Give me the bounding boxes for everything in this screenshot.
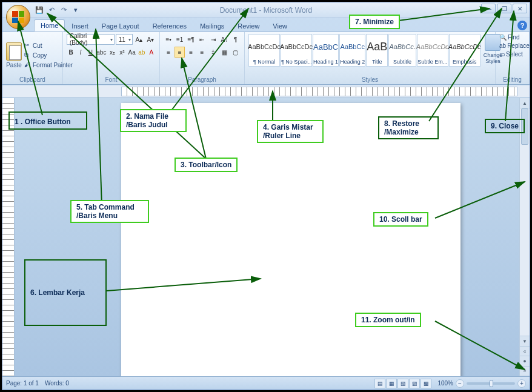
strike-button[interactable]: abc (96, 47, 107, 58)
style-subtitle[interactable]: AaBbCc.Subtitle (388, 34, 416, 67)
replace-button[interactable]: abReplace (499, 42, 525, 49)
close-button[interactable]: ✕ (513, 4, 527, 13)
horizontal-ruler[interactable] (2, 85, 530, 98)
word-window: 💾 ↶ ↷ ▾ Document1 - Microsoft Word — ❐ ✕… (2, 2, 530, 390)
indent-dec-button[interactable]: ⇤ (197, 34, 207, 45)
highlight-button[interactable]: ab (138, 47, 146, 58)
superscript-button[interactable]: x² (118, 47, 126, 58)
select-button[interactable]: ▭Select (499, 51, 525, 58)
font-name-select[interactable]: Calibri (Body) (67, 34, 115, 45)
vertical-ruler[interactable] (2, 98, 15, 376)
web-view-icon[interactable]: ▧ (397, 379, 408, 388)
scroll-up-icon[interactable]: ▲ (520, 98, 530, 108)
fullscreen-view-icon[interactable]: ▦ (386, 379, 397, 388)
grow-font-icon[interactable]: A▴ (134, 34, 144, 45)
page-status[interactable]: Page: 1 of 1 (6, 380, 39, 387)
callout-tab-command: 5. Tab Command /Baris Menu (70, 200, 149, 223)
zoom-level[interactable]: 100% (437, 380, 453, 387)
style-normal[interactable]: AaBbCcDc¶ Normal (248, 34, 280, 67)
style-heading2[interactable]: AaBbCcHeading 2 (339, 34, 365, 67)
office-button[interactable] (6, 5, 30, 29)
help-icon[interactable]: ? (517, 21, 527, 30)
indent-inc-button[interactable]: ⇥ (208, 34, 218, 45)
callout-toolbar: 3. Toolbar/Icon (175, 158, 238, 172)
zoom-in-button[interactable]: + (517, 379, 526, 388)
multilevel-button[interactable]: ≡¶ (186, 34, 196, 45)
tab-home[interactable]: Home (34, 19, 65, 32)
underline-button[interactable]: U (86, 47, 95, 58)
window-title: Document1 - Microsoft Word (220, 6, 313, 15)
find-button[interactable]: 🔍Find (499, 34, 525, 41)
zoom-slider[interactable] (467, 382, 515, 385)
subscript-button[interactable]: x₂ (108, 47, 116, 58)
numbering-button[interactable]: ≡1 (175, 34, 184, 45)
maximize-button[interactable]: ❐ (497, 4, 511, 13)
shrink-font-icon[interactable]: A▾ (145, 34, 156, 45)
redo-icon[interactable]: ↷ (58, 5, 69, 16)
brush-icon: 🖌 (24, 61, 32, 68)
draft-view-icon[interactable]: ▩ (421, 379, 431, 388)
titlebar: 💾 ↶ ↷ ▾ Document1 - Microsoft Word — ❐ ✕ (2, 2, 530, 18)
ribbon-tabs: Home Insert Page Layout References Maili… (2, 18, 530, 32)
tab-mailings[interactable]: Mailings (193, 20, 231, 32)
tab-view[interactable]: View (266, 20, 294, 32)
style-subtle-em[interactable]: AaBbCcDcSubtle Em... (417, 34, 448, 67)
tab-insert[interactable]: Insert (65, 20, 95, 32)
align-left-button[interactable]: ≡ (164, 47, 173, 58)
tab-page-layout[interactable]: Page Layout (95, 20, 146, 32)
align-right-button[interactable]: ≡ (186, 47, 196, 58)
callout-office-button: 1 . Office Button (8, 111, 87, 130)
tab-review[interactable]: Review (231, 20, 266, 32)
justify-button[interactable]: ≡ (197, 47, 207, 58)
group-font: Calibri (Body) 11 A▴ A▾ B I U abc x₂ x² … (63, 32, 160, 84)
outline-view-icon[interactable]: ▨ (409, 379, 420, 388)
save-icon[interactable]: 💾 (34, 5, 45, 16)
document-page[interactable] (121, 103, 461, 376)
paste-button[interactable]: Paste (6, 34, 22, 76)
scroll-down-icon[interactable]: ▼ (520, 336, 530, 346)
callout-filename: 2. Nama File /Baris Judul (120, 109, 187, 132)
group-paragraph: ≡• ≡1 ≡¶ ⇤ ⇥ A↓ ¶ ≡ ≡ ≡ ≡ ‡ ▦ ▢ (160, 32, 245, 84)
borders-button[interactable]: ▢ (231, 47, 241, 58)
style-title[interactable]: AaBTitle (366, 34, 388, 67)
browse-object-icon[interactable]: ● (520, 356, 530, 366)
showmarks-button[interactable]: ¶ (231, 34, 241, 45)
style-heading1[interactable]: AaBbCHeading 1 (313, 34, 339, 67)
print-layout-view-icon[interactable]: ▤ (374, 379, 385, 388)
vertical-scrollbar[interactable]: ▲ ▼ « ● » (519, 98, 530, 376)
callout-close: 9. Close (485, 119, 525, 133)
callout-scrollbar: 10. Scoll bar (373, 212, 428, 227)
bold-button[interactable]: B (67, 47, 75, 58)
ribbon: Paste ✂Cut ⧉Copy 🖌Format Painter Clipboa… (2, 32, 530, 85)
italic-button[interactable]: I (76, 47, 85, 58)
bullets-button[interactable]: ≡• (164, 34, 173, 45)
group-styles: AaBbCcDc¶ Normal AaBbCcDc¶ No Spaci... A… (245, 32, 496, 84)
case-button[interactable]: Aa (128, 47, 136, 58)
callout-worksheet: 6. Lembar Kerja (24, 259, 107, 326)
callout-restore: 8. Restore /Maximize (378, 116, 439, 139)
undo-icon[interactable]: ↶ (46, 5, 57, 16)
font-size-select[interactable]: 11 (116, 34, 133, 45)
sort-button[interactable]: A↓ (219, 34, 229, 45)
shading-button[interactable]: ▦ (219, 47, 229, 58)
style-nospacing[interactable]: AaBbCcDc¶ No Spaci... (281, 34, 312, 67)
font-color-button[interactable]: A (147, 47, 156, 58)
select-icon: ▭ (499, 51, 505, 58)
word-count[interactable]: Words: 0 (45, 380, 69, 387)
tab-references[interactable]: References (146, 20, 193, 32)
copy-icon: ⧉ (24, 51, 32, 59)
statusbar: Page: 1 of 1 Words: 0 ▤ ▦ ▧ ▨ ▩ 100% − + (2, 376, 530, 390)
group-clipboard: Paste ✂Cut ⧉Copy 🖌Format Painter Clipboa… (2, 32, 63, 84)
prev-page-icon[interactable]: « (520, 347, 530, 356)
qat-dropdown-icon[interactable]: ▾ (70, 5, 81, 16)
callout-minimize: 7. Minimize (349, 15, 400, 29)
style-emphasis[interactable]: AaBbCcDcEmphasis (449, 34, 480, 67)
next-page-icon[interactable]: » (520, 367, 530, 376)
minimize-button[interactable]: — (481, 4, 496, 13)
zoom-knob[interactable] (490, 380, 493, 387)
paste-icon (6, 42, 22, 61)
linespacing-button[interactable]: ‡ (208, 47, 218, 58)
zoom-control: 100% − + (437, 379, 526, 388)
zoom-out-button[interactable]: − (456, 379, 464, 388)
align-center-button[interactable]: ≡ (175, 47, 184, 58)
